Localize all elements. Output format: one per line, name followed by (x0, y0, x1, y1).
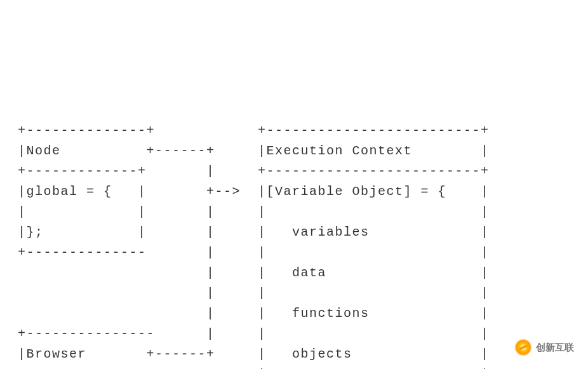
diagram-line: | | | (18, 286, 490, 300)
diagram-line: +--------------+ +----------------------… (18, 123, 490, 138)
watermark-text: 创新互联 (536, 337, 574, 358)
diagram-line: | | functions | (18, 306, 490, 321)
diagram-line: +-------------+ | +---------------------… (18, 164, 490, 178)
diagram-line: | | | | | (18, 205, 490, 219)
watermark: 创新互联 (514, 337, 574, 358)
diagram-line: | | data | (18, 265, 490, 280)
diagram-line: +--------------- | | | (18, 326, 490, 341)
ascii-diagram: +--------------+ +----------------------… (18, 100, 570, 369)
diagram-line: |Browser +------+ | objects | (18, 347, 490, 361)
diagram-line: |}; | | | variables | (18, 225, 490, 239)
diagram-line: |global = { | +--> |[Variable Object] = … (18, 184, 490, 199)
spark-icon (514, 339, 532, 356)
diagram-line: |Node +------+ |Execution Context | (18, 144, 490, 158)
diagram-line: +-------------- | | | (18, 245, 490, 260)
